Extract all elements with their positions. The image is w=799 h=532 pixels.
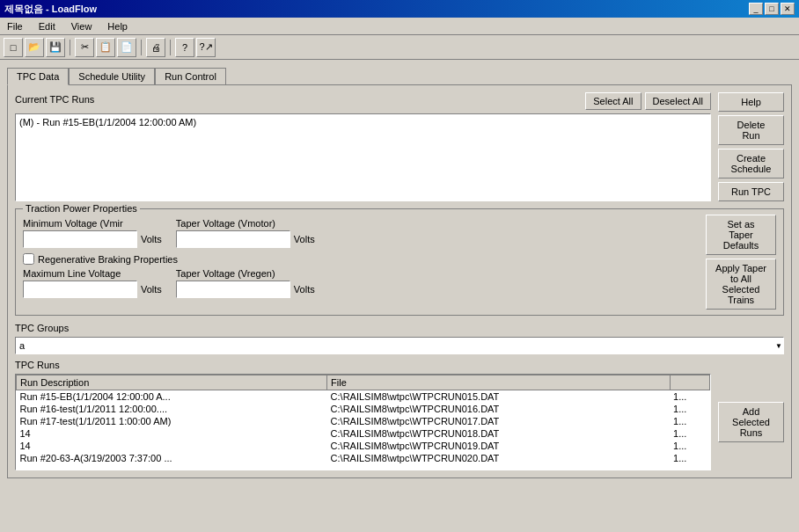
taper-voltage-input-group: Volts [176,230,315,248]
set-as-taper-defaults-button[interactable]: Set as Taper Defaults [706,215,776,255]
select-all-button[interactable]: Select All [585,92,641,110]
max-line-unit: Volts [141,284,162,295]
table-row[interactable]: Run #16-test(1/1/2011 12:00:00.... C:\RA… [17,403,710,415]
taper-vregen-label: Taper Voltage (Vregen) [176,268,315,279]
taper-voltage-label: Taper Voltage (Vmotor) [176,218,315,229]
deselect-all-button[interactable]: Deselect All [645,92,711,110]
paste-button[interactable]: 📄 [117,38,136,57]
col-run-description: Run Description [17,375,327,390]
run-desc-cell: Run #20-63-A(3/19/2003 7:37:00 ... [17,452,327,464]
min-voltage-unit: Volts [141,234,162,244]
tab-tpc-data[interactable]: TPC Data [7,68,69,85]
table-row[interactable]: Run #15-EB(1/1/2004 12:00:00 A... C:\RAI… [17,390,710,404]
runs-header: Current TPC Runs Select All Deselect All [15,92,711,110]
apply-taper-button[interactable]: Apply Taper to All Selected Trains [706,259,776,310]
table-row[interactable]: 14 C:\RAILSIM8\wtpc\WTPCRUN018.DAT 1... [17,427,710,440]
print-button[interactable]: 🖨 [146,38,165,57]
toolbar: □ 📂 💾 ✂ 📋 📄 🖨 ? ?↗ [0,35,799,60]
menu-help[interactable]: Help [104,20,131,33]
maximize-button[interactable]: □ [765,3,779,15]
runs-table-body: Run #15-EB(1/1/2004 12:00:00 A... C:\RAI… [17,390,710,465]
tpc-groups-dropdown-wrapper: a ▼ [15,337,784,354]
copy-button[interactable]: 📋 [96,38,115,57]
tpc-runs-section: TPC Runs Run Description File Run #15- [15,360,784,470]
traction-content: Minimum Voltage (Vmir Volts Taper Voltag… [23,215,776,310]
min-voltage-field: Minimum Voltage (Vmir Volts [23,218,162,248]
menu-view[interactable]: View [68,20,96,33]
taper-vregen-input[interactable] [176,281,290,298]
run-desc-cell: 14 [17,440,327,452]
save-button[interactable]: 💾 [46,38,65,57]
tpc-groups-section: TPC Groups a ▼ [15,323,784,354]
delete-run-button[interactable]: Delete Run [718,115,784,145]
taper-voltage-unit: Volts [294,234,315,244]
title-bar: 제목없음 - LoadFlow _ □ ✕ [0,0,799,18]
title-bar-controls: _ □ ✕ [749,3,795,15]
table-row[interactable]: 14 C:\RAILSIM8\wtpc\WTPCRUN019.DAT 1... [17,440,710,452]
runs-header-buttons: Select All Deselect All [585,92,711,110]
cut-button[interactable]: ✂ [75,38,94,57]
menu-file[interactable]: File [4,20,26,33]
current-runs-area: Current TPC Runs Select All Deselect All… [15,92,784,201]
taper-voltage-input[interactable] [176,230,290,248]
open-button[interactable]: 📂 [25,38,44,57]
menu-bar: File Edit View Help [0,18,799,35]
min-voltage-input[interactable] [23,230,137,248]
run-tpc-button[interactable]: Run TPC [718,182,784,201]
max-line-label: Maximum Line Voltage [23,268,162,279]
current-runs-label: Current TPC Runs [15,94,94,105]
run-desc-cell: Run #17-test(1/1/2011 1:00:00 AM) [17,415,327,427]
run-file-cell: C:\RAILSIM8\wtpc\WTPCRUN017.DAT [327,415,670,427]
tab-schedule-utility[interactable]: Schedule Utility [69,68,155,85]
main-content: TPC Data Schedule Utility Run Control Cu… [0,60,799,485]
run-col3-cell: 1... [670,390,709,404]
list-item[interactable]: (M) - Run #15-EB(1/1/2004 12:00:00 AM) [18,116,708,128]
runs-table-container: Run Description File Run #15-EB(1/1/2004… [15,374,784,470]
traction-power-group: Traction Power Properties Minimum Voltag… [15,208,784,316]
min-voltage-input-group: Volts [23,230,162,248]
current-runs-listbox[interactable]: (M) - Run #15-EB(1/1/2004 12:00:00 AM) [15,113,711,201]
tpc-groups-dropdown[interactable]: a [15,337,784,354]
traction-fields: Minimum Voltage (Vmir Volts Taper Voltag… [23,215,699,310]
run-col3-cell: 1... [670,427,709,440]
min-voltage-label: Minimum Voltage (Vmir [23,218,162,229]
max-line-input-group: Volts [23,281,162,298]
add-selected-runs-button[interactable]: Add Selected Runs [718,402,784,442]
run-desc-cell: 14 [17,427,327,440]
help-icon-button[interactable]: ? [175,38,194,57]
voltage-row: Minimum Voltage (Vmir Volts Taper Voltag… [23,218,699,248]
tpc-groups-label: TPC Groups [15,323,784,333]
runs-table-wrapper[interactable]: Run Description File Run #15-EB(1/1/2004… [15,374,711,470]
runs-table: Run Description File Run #15-EB(1/1/2004… [16,375,710,464]
traction-buttons: Set as Taper Defaults Apply Taper to All… [706,215,776,310]
table-row[interactable]: Run #20-63-A(3/19/2003 7:37:00 ... C:\RA… [17,452,710,464]
table-header-row: Run Description File [17,375,710,390]
create-schedule-button[interactable]: Create Schedule [718,149,784,179]
toolbar-sep3 [170,40,171,55]
tab-bar: TPC Data Schedule Utility Run Control [7,67,792,84]
runs-panel: Current TPC Runs Select All Deselect All… [15,92,711,201]
run-file-cell: C:\RAILSIM8\wtpc\WTPCRUN016.DAT [327,403,670,415]
col-extra [670,375,709,390]
toolbar-sep2 [141,40,142,55]
select-btn-area: Add Selected Runs [718,374,784,470]
tpc-runs-label: TPC Runs [15,360,784,370]
close-button[interactable]: ✕ [781,3,795,15]
help-button[interactable]: Help [718,92,784,112]
new-button[interactable]: □ [4,38,23,57]
max-line-field: Maximum Line Voltage Volts [23,268,162,298]
help2-button[interactable]: ?↗ [196,38,216,57]
run-col3-cell: 1... [670,440,709,452]
taper-vregen-input-group: Volts [176,281,315,298]
minimize-button[interactable]: _ [749,3,763,15]
regen-checkbox[interactable] [23,253,34,265]
max-line-input[interactable] [23,281,137,298]
run-desc-cell: Run #15-EB(1/1/2004 12:00:00 A... [17,390,327,404]
run-file-cell: C:\RAILSIM8\wtpc\WTPCRUN019.DAT [327,440,670,452]
tab-run-control[interactable]: Run Control [155,68,226,85]
table-row[interactable]: Run #17-test(1/1/2011 1:00:00 AM) C:\RAI… [17,415,710,427]
taper-voltage-field: Taper Voltage (Vmotor) Volts [176,218,315,248]
menu-edit[interactable]: Edit [35,20,59,33]
traction-group-title: Traction Power Properties [23,203,140,214]
run-file-cell: C:\RAILSIM8\wtpc\WTPCRUN018.DAT [327,427,670,440]
